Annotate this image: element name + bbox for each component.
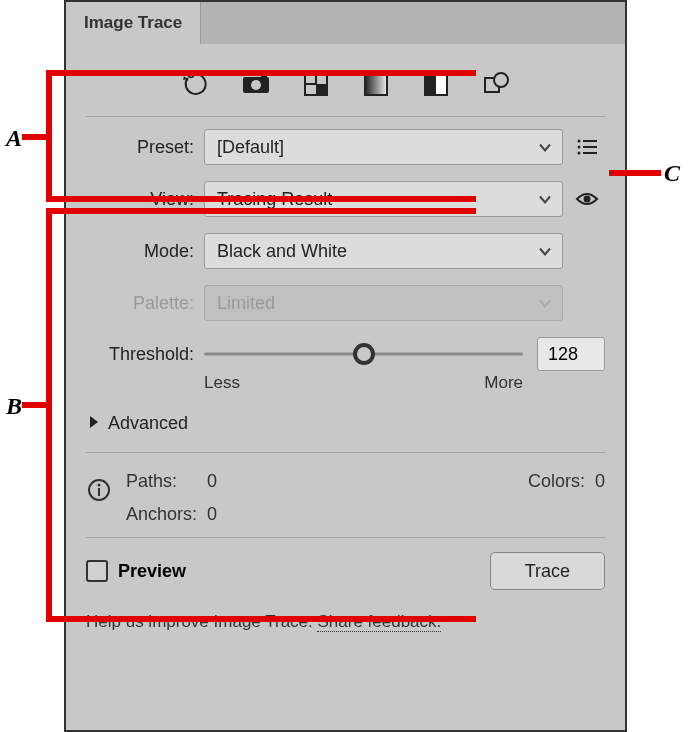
image-trace-panel: Image Trace Pres: [64, 0, 627, 732]
slider-thumb[interactable]: [353, 343, 375, 365]
eye-icon[interactable]: [569, 191, 605, 207]
advanced-label: Advanced: [108, 413, 188, 434]
svg-rect-15: [583, 140, 597, 142]
preset-select[interactable]: [Default]: [204, 129, 563, 165]
chevron-down-icon: [538, 293, 552, 314]
callout-b-line-vert: [46, 208, 52, 622]
anchors-label: Anchors:: [126, 504, 197, 525]
share-feedback-link[interactable]: Share feedback.: [317, 612, 441, 632]
tab-image-trace[interactable]: Image Trace: [66, 2, 201, 44]
triangle-right-icon: [88, 413, 100, 434]
callout-a-line-bottom: [46, 196, 476, 202]
preset-value: [Default]: [217, 137, 284, 158]
palette-value: Limited: [217, 293, 275, 314]
colors-label: Colors:: [528, 471, 585, 492]
svg-rect-17: [583, 146, 597, 148]
callout-b-label: B: [6, 393, 22, 420]
threshold-label: Threshold:: [86, 344, 204, 365]
palette-select: Limited: [204, 285, 563, 321]
panel-body: Preset: [Default] View: Tracing Result: [66, 44, 625, 642]
tab-bar: Image Trace: [66, 2, 625, 44]
svg-point-20: [584, 196, 591, 203]
chevron-down-icon: [538, 189, 552, 210]
svg-rect-19: [583, 152, 597, 154]
threshold-slider[interactable]: [204, 342, 523, 366]
preview-label: Preview: [118, 561, 186, 582]
callout-a-label: A: [6, 125, 22, 152]
svg-rect-9: [365, 73, 387, 95]
svg-rect-23: [98, 488, 100, 496]
palette-label: Palette:: [86, 293, 204, 314]
svg-point-14: [578, 140, 581, 143]
paths-label: Paths:: [126, 471, 197, 492]
mode-row: Mode: Black and White: [86, 233, 605, 269]
stats-row: Paths: 0 Colors: 0 Anchors: 0: [86, 465, 605, 537]
callout-c-tick: [609, 170, 661, 176]
callout-a-line-top: [46, 70, 476, 76]
threshold-value-input[interactable]: 128: [537, 337, 605, 371]
svg-rect-8: [316, 84, 327, 95]
divider: [86, 116, 605, 117]
mode-select[interactable]: Black and White: [204, 233, 563, 269]
callout-b-line-bottom: [46, 616, 476, 622]
stats-grid: Paths: 0 Colors: 0 Anchors: 0: [126, 471, 605, 525]
svg-point-22: [98, 484, 101, 487]
svg-point-13: [494, 73, 508, 87]
advanced-toggle[interactable]: Advanced: [86, 407, 605, 448]
threshold-min-label: Less: [204, 373, 240, 393]
threshold-row: Threshold: 128: [86, 337, 605, 371]
svg-rect-11: [425, 73, 436, 95]
divider: [86, 452, 605, 453]
preset-menu-icon[interactable]: [569, 139, 605, 155]
tab-label: Image Trace: [84, 13, 182, 33]
preview-checkbox-group[interactable]: Preview: [86, 560, 186, 582]
threshold-range-labels: Less More: [204, 373, 605, 393]
preset-row: Preset: [Default]: [86, 129, 605, 165]
mode-value: Black and White: [217, 241, 347, 262]
callout-c-label: C: [664, 160, 680, 187]
chevron-down-icon: [538, 137, 552, 158]
tab-bar-spacer: [201, 2, 625, 44]
anchors-value: 0: [207, 504, 217, 525]
preset-label: Preset:: [86, 137, 204, 158]
palette-row: Palette: Limited: [86, 285, 605, 321]
svg-point-18: [578, 152, 581, 155]
preview-checkbox[interactable]: [86, 560, 108, 582]
callout-a-tick: [22, 134, 50, 140]
bottom-area: Preview Trace: [86, 537, 605, 600]
callout-b-line-top: [46, 208, 476, 214]
chevron-down-icon: [538, 241, 552, 262]
mode-label: Mode:: [86, 241, 204, 262]
callout-b-tick: [22, 402, 50, 408]
trace-button[interactable]: Trace: [490, 552, 605, 590]
svg-point-4: [251, 80, 261, 90]
threshold-max-label: More: [484, 373, 523, 393]
svg-point-16: [578, 146, 581, 149]
paths-value: 0: [207, 471, 217, 492]
threshold-value: 128: [548, 344, 578, 365]
colors-value: 0: [595, 471, 605, 492]
outline-icon[interactable]: [480, 70, 512, 98]
info-icon: [86, 477, 112, 503]
trace-label: Trace: [525, 561, 570, 582]
